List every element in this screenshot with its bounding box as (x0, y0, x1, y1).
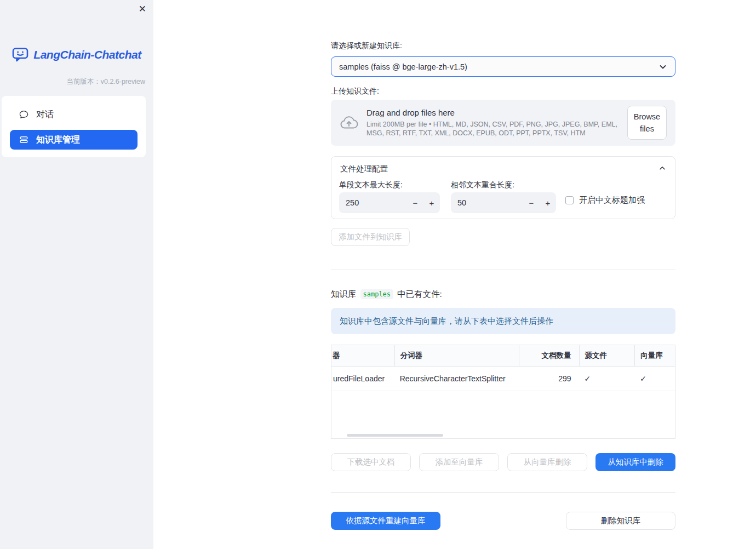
table-horizontal-scrollbar[interactable] (347, 434, 443, 437)
chunk-size-input: 250 − + (339, 192, 440, 213)
column-header-doc-count[interactable]: 文档数量 (519, 345, 579, 366)
zh-title-enhance-checkbox-row: 开启中文标题加强 (565, 195, 645, 205)
file-dropzone[interactable]: Drag and drop files here Limit 200MB per… (331, 100, 675, 146)
sidebar-item-knowledge-base[interactable]: 知识库管理 (10, 130, 138, 150)
sidebar-item-dialogue[interactable]: 对话 (10, 104, 138, 125)
plus-button[interactable]: + (540, 198, 556, 208)
upload-label: 上传知识文件: (331, 87, 675, 96)
info-banner: 知识库中包含源文件与向量库，请从下表中选择文件后操作 (331, 308, 675, 334)
delete-kb-button[interactable]: 删除知识库 (566, 512, 675, 530)
version-text: 当前版本：v0.2.6-preview (0, 77, 153, 87)
minus-button[interactable]: − (523, 198, 540, 208)
minus-button[interactable]: − (407, 198, 423, 208)
chunk-overlap-label: 相邻文本重合长度: (451, 180, 514, 190)
table-header-row: 器 分词器 文档数量 源文件 向量库 (331, 345, 675, 367)
kb-select-label: 请选择或新建知识库: (331, 41, 675, 51)
sidebar: ✕ LangChain-Chatchat 当前版本：v0.2.6-preview… (0, 0, 153, 549)
column-header-vector-store[interactable]: 向量库 (634, 345, 675, 366)
chunk-size-label: 单段文本最大长度: (339, 180, 403, 190)
close-icon[interactable]: ✕ (139, 3, 146, 16)
checkbox[interactable] (565, 196, 574, 204)
divider (331, 492, 675, 493)
heading-suffix: 中已有文件: (397, 289, 442, 300)
dropzone-limit-text: Limit 200MB per file • HTML, MD, JSON, C… (366, 120, 618, 138)
files-table: 器 分词器 文档数量 源文件 向量库 uredFileLoader Recurs… (331, 345, 675, 439)
heading-prefix: 知识库 (331, 289, 357, 300)
chunk-overlap-input: 50 − + (451, 192, 556, 213)
cloud-upload-icon (340, 115, 358, 130)
column-header-source-file[interactable]: 源文件 (579, 345, 635, 366)
column-header-splitter[interactable]: 分词器 (394, 345, 519, 366)
kb-select-value: samples (faiss @ bge-large-zh-v1.5) (339, 62, 658, 71)
kb-actions: 依据源文件重建向量库 删除知识库 (331, 512, 675, 530)
cell-splitter[interactable]: RecursiveCharacterTextSplitter (394, 367, 519, 391)
file-actions: 下载选中文档 添加至向量库 从向量库删除 从知识库中删除 (331, 453, 675, 471)
stacked-bars-icon (19, 135, 29, 145)
chevron-up-icon[interactable] (658, 164, 666, 172)
dropzone-instructions: Drag and drop files here Limit 200MB per… (366, 108, 618, 138)
add-files-button[interactable]: 添加文件到知识库 (331, 228, 410, 246)
divider (331, 270, 675, 270)
cell-vector-store-check[interactable]: ✓ (634, 367, 675, 391)
logo-text: LangChain-Chatchat (33, 48, 141, 61)
kb-files-heading: 知识库 samples 中已有文件: (331, 288, 675, 300)
cell-doc-count[interactable]: 299 (519, 367, 579, 391)
kb-select[interactable]: samples (faiss @ bge-large-zh-v1.5) (331, 56, 675, 77)
table-row[interactable]: uredFileLoader RecursiveCharacterTextSpl… (331, 367, 675, 391)
sidebar-item-label: 对话 (36, 109, 54, 121)
app-logo: LangChain-Chatchat (0, 47, 153, 62)
checkbox-label[interactable]: 开启中文标题加强 (579, 195, 645, 205)
rebuild-vector-store-button[interactable]: 依据源文件重建向量库 (331, 512, 440, 530)
sidebar-menu: 对话 知识库管理 (2, 96, 146, 157)
cell-source-file-check[interactable]: ✓ (579, 367, 635, 391)
chunk-overlap-value[interactable]: 50 (451, 198, 523, 207)
chat-bubble-icon (19, 110, 29, 119)
logo-chat-smiley-icon (12, 47, 28, 62)
kb-name-code: samples (360, 289, 394, 299)
column-header-loader[interactable]: 器 (331, 345, 394, 366)
main-content: 请选择或新建知识库: samples (faiss @ bge-large-zh… (331, 0, 675, 530)
expander-title[interactable]: 文件处理配置 (340, 164, 388, 174)
dropzone-title: Drag and drop files here (366, 108, 618, 117)
cell-loader[interactable]: uredFileLoader (331, 367, 394, 391)
file-config-expander: 文件处理配置 单段文本最大长度: 相邻文本重合长度: 250 − + 50 − … (331, 156, 675, 219)
plus-button[interactable]: + (423, 198, 440, 208)
browse-files-button[interactable]: Browse files (627, 106, 667, 140)
add-to-vector-store-button[interactable]: 添加至向量库 (419, 453, 499, 471)
sidebar-item-label: 知识库管理 (36, 134, 80, 146)
download-selected-button[interactable]: 下载选中文档 (331, 453, 411, 471)
delete-from-vector-store-button[interactable]: 从向量库删除 (507, 453, 587, 471)
chunk-size-value[interactable]: 250 (339, 198, 407, 207)
delete-from-kb-button[interactable]: 从知识库中删除 (595, 453, 675, 471)
chevron-down-icon (658, 62, 667, 71)
